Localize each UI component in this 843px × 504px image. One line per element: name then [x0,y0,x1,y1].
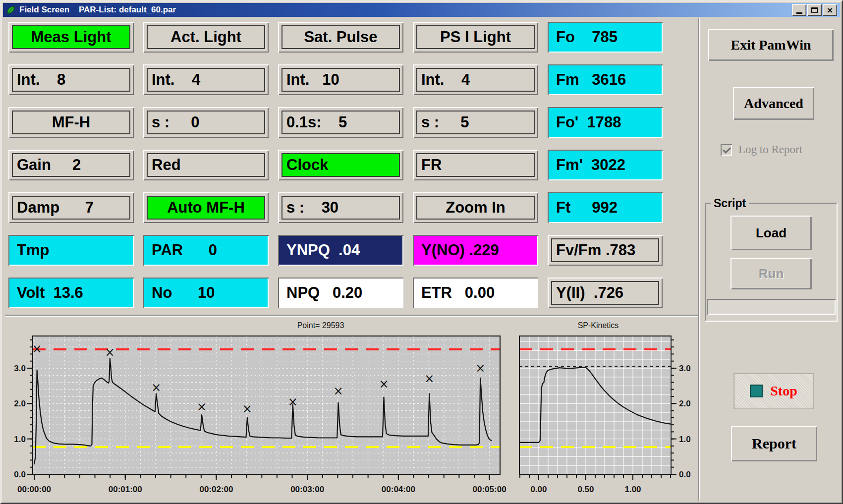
ps1-time-field[interactable]: s : 5 [413,107,538,138]
tmp-display: Tmp [8,235,134,266]
clock-interval-field[interactable]: s : 30 [278,192,403,223]
ps1-light-button[interactable]: PS I Light [413,22,538,53]
exit-pamwin-button[interactable]: Exit PamWin [708,29,834,61]
svg-text:3.0: 3.0 [14,364,26,373]
svg-text:00:00:00: 00:00:00 [17,485,51,494]
minimize-icon [796,12,802,14]
act-light-button[interactable]: Act. Light [143,22,269,53]
ps1-int-field[interactable]: Int. 4 [413,64,538,95]
auto-mfh-button[interactable]: Auto MF-H [143,192,269,223]
svg-text:×: × [105,345,114,359]
svg-text:×: × [424,372,434,386]
script-progress-bar [707,299,836,315]
svg-text:3.0: 3.0 [679,364,691,373]
main-chart: ××××××××××00:00:0000:01:0000:02:0000:03:… [14,321,506,494]
load-script-button[interactable]: Load [731,216,812,250]
sp-kinetics-chart: 0.000.501.000.01.02.03.0SP-Kinetics [519,321,691,494]
checkmark-icon [723,145,731,154]
ynpq-display: YNPQ .04 [278,235,403,266]
fvfm-display: Fv/Fm .783 [548,235,663,266]
control-grid: Meas Light Act. Light Sat. Pulse PS I Li… [8,22,663,308]
svg-text:×: × [32,342,42,356]
svg-text:2.0: 2.0 [679,399,691,408]
fo-display: Fo 785 [548,22,663,53]
svg-text:×: × [197,400,207,414]
close-icon: × [827,5,833,15]
sat-int-field[interactable]: Int. 10 [278,64,403,95]
title-bar[interactable]: Field Screen PAR-List: default_60.par × [3,3,840,17]
vertical-divider [698,18,699,501]
report-button[interactable]: Report [731,426,817,461]
yii-display: Y(II) .726 [548,278,663,308]
svg-text:Point= 29593: Point= 29593 [297,321,344,330]
svg-text:1.0: 1.0 [14,435,26,444]
svg-text:00:01:00: 00:01:00 [109,485,142,494]
svg-text:2.0: 2.0 [14,399,26,408]
par-display: PAR 0 [143,235,269,266]
charts-canvas: ××××××××××00:00:0000:01:0000:02:0000:03:… [1,316,698,504]
gain-field[interactable]: Gain 2 [8,150,134,180]
mfh-button[interactable]: MF-H [8,107,134,138]
sat-width-field[interactable]: 0.1s: 5 [278,107,403,138]
svg-text:×: × [334,384,343,398]
yno-display: Y(NO) .229 [413,235,538,266]
zoom-in-button[interactable]: Zoom In [413,192,538,223]
svg-text:×: × [151,381,161,394]
fm-display: Fm 3616 [548,64,663,95]
svg-text:00:04:00: 00:04:00 [382,485,415,494]
svg-text:×: × [288,395,298,409]
meas-light-button[interactable]: Meas Light [8,22,134,53]
ft-display: Ft 992 [548,192,663,223]
svg-text:00:02:00: 00:02:00 [199,485,233,494]
act-time-field[interactable]: s : 0 [143,107,269,138]
svg-text:0.50: 0.50 [577,485,594,494]
svg-text:×: × [379,377,389,391]
svg-text:×: × [242,402,252,416]
svg-text:1.00: 1.00 [624,485,641,494]
volt-display: Volt 13.6 [8,278,134,308]
npq-display: NPQ 0.20 [278,278,403,308]
window-title: Field Screen PAR-List: default_60.par [19,5,176,15]
svg-text:00:03:00: 00:03:00 [290,485,324,494]
svg-text:0.0: 0.0 [679,470,691,479]
svg-text:00:05:00: 00:05:00 [473,485,506,494]
field-screen-window: Field Screen PAR-List: default_60.par × … [0,0,843,504]
fm-prime-display: Fm' 3022 [548,150,663,180]
svg-text:0.00: 0.00 [530,485,547,494]
log-to-report-label: Log to Report [738,143,802,156]
svg-text:1.0: 1.0 [679,435,691,444]
maximize-icon [811,7,818,13]
leaf-icon [6,5,16,15]
fr-button[interactable]: FR [413,150,538,180]
clock-button[interactable]: Clock [278,150,403,180]
damp-field[interactable]: Damp 7 [8,192,134,223]
log-to-report-checkbox[interactable] [721,144,732,156]
svg-text:×: × [475,361,485,375]
log-to-report-row: Log to Report [721,143,802,156]
run-script-button[interactable]: Run [731,258,812,289]
act-int-field[interactable]: Int. 4 [143,64,269,95]
svg-text:0.0: 0.0 [14,470,26,479]
record-indicator-icon [750,385,763,397]
meas-int-field[interactable]: Int. 8 [8,64,134,95]
script-group-label: Script [711,197,749,210]
fo-prime-display: Fo' 1788 [548,107,663,138]
maximize-button[interactable] [807,4,822,16]
svg-text:SP-Kinetics: SP-Kinetics [578,321,619,330]
advanced-button[interactable]: Advanced [733,87,814,120]
etr-display: ETR 0.00 [413,278,538,308]
no-display: No 10 [143,278,269,308]
minimize-button[interactable] [792,4,806,16]
close-button[interactable]: × [823,4,837,16]
stop-button-label: Stop [770,383,797,399]
red-button[interactable]: Red [143,150,269,180]
stop-button[interactable]: Stop [734,374,813,408]
sat-pulse-button[interactable]: Sat. Pulse [278,22,403,53]
